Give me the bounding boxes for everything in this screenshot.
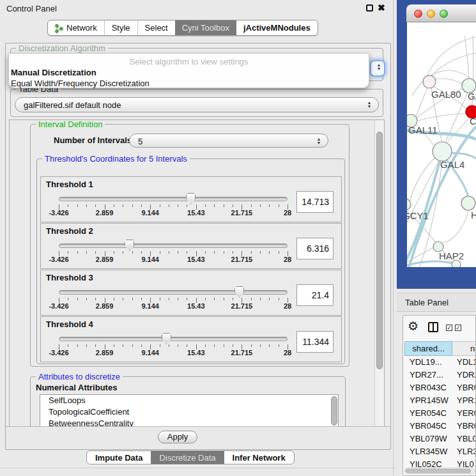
network-icon <box>55 24 63 33</box>
network-node-label: C <box>470 116 476 127</box>
scrollbar-thumb[interactable] <box>376 132 383 369</box>
threshold-1-value-field[interactable]: 14.713 <box>296 191 334 213</box>
gear-icon[interactable]: ⚙ <box>408 320 418 332</box>
cell-name: YBR0 <box>452 381 476 394</box>
list-scrollbar[interactable] <box>331 396 337 426</box>
table-row[interactable]: YLR345WYLR3 <box>404 445 476 458</box>
threshold-3-slider-handle[interactable] <box>234 286 244 298</box>
table-data-group: Table Data galFiltered.sif default node … <box>10 89 383 117</box>
network-node[interactable] <box>423 75 436 88</box>
attribute-list-item[interactable]: SelfLoops <box>40 395 338 406</box>
table-data-combobox[interactable]: galFiltered.sif default node ▲▼ <box>15 97 379 112</box>
attribute-list-item[interactable]: BetweennessCentrality <box>40 418 338 427</box>
apply-button[interactable]: Apply <box>158 431 197 443</box>
column-header-shared-name[interactable]: shared... <box>404 341 452 356</box>
threshold-3-label: Threshold 3 <box>46 273 93 282</box>
threshold-2-slider-track[interactable] <box>59 243 288 248</box>
settings-scrollpane: Interval Definition Number of Intervals … <box>9 119 385 427</box>
threshold-4-value-field[interactable]: 11.344 <box>296 331 334 353</box>
threshold-2-label: Threshold 2 <box>46 226 93 236</box>
split-view-icon[interactable] <box>428 322 438 332</box>
tick-label: 9.144 <box>141 256 159 263</box>
interval-definition-group: Interval Definition Number of Intervals … <box>30 124 349 367</box>
control-panel-window: Control Panel ✖ Network Style Select Cyn… <box>0 0 396 476</box>
tab-discretize-data[interactable]: Discretize Data <box>151 451 224 464</box>
tab-cyni-toolbox[interactable]: Cyni Toolbox <box>175 20 236 35</box>
dropdown-item-manual-discretization[interactable]: Manual Discretization <box>11 68 369 77</box>
network-node[interactable] <box>461 196 475 210</box>
threshold-3-value-field[interactable]: 21.4 <box>296 284 334 306</box>
threshold-4-slider-handle[interactable] <box>162 333 171 344</box>
tab-style[interactable]: Style <box>104 20 137 35</box>
table-row[interactable]: YBR043CYBR0 <box>404 381 476 394</box>
vertical-scrollbar[interactable] <box>374 120 384 426</box>
scrollbar-thumb[interactable] <box>406 469 471 473</box>
tick-label: 2.859 <box>96 209 114 217</box>
tick-label: 15.43 <box>187 256 205 263</box>
window-controls <box>414 10 448 18</box>
number-of-intervals-combobox[interactable]: 5 ▲▼ <box>129 134 328 148</box>
tick-label: 28 <box>284 256 291 263</box>
dropdown-placeholder-item[interactable]: Select algorithm to view settings <box>9 57 369 66</box>
threshold-4-label: Threshold 4 <box>46 319 93 329</box>
table-row[interactable]: YDL19...YDL1 <box>404 356 476 369</box>
network-node[interactable] <box>452 260 461 267</box>
control-panel-tabbar: Network Style Select Cyni Toolbox jActiv… <box>47 20 318 36</box>
control-panel-title: Control Panel <box>6 4 57 13</box>
threshold-1-label: Threshold 1 <box>46 180 93 189</box>
tick-label: 28 <box>284 302 291 310</box>
close-traffic-light-icon[interactable] <box>414 10 422 18</box>
table-row[interactable]: YPR145WYPR1 <box>404 394 476 407</box>
cell-name: YER0 <box>452 407 476 420</box>
table-row[interactable]: YBL079WYBL0 <box>404 433 476 445</box>
tick-label: 9.144 <box>141 302 159 310</box>
table-row[interactable]: YBR045CYBR0 <box>404 420 476 433</box>
attribute-list-item[interactable]: TopologicalCoefficient <box>40 406 338 418</box>
column-header-name[interactable]: name <box>452 341 476 356</box>
apply-bar: Apply <box>6 426 390 449</box>
cell-shared-name: YBL079W <box>404 433 452 445</box>
network-canvas[interactable]: GAL80GACGAL11GAL4GCY1HHAP2 <box>407 22 476 267</box>
threshold-4-panel: Threshold 4 -3.4262.8599.14415.4321.7152… <box>40 316 342 362</box>
checkbox-icon[interactable]: ✓ <box>455 325 461 331</box>
cell-shared-name: YLR345W <box>404 445 452 458</box>
table-rows: YDL19...YDL1YDR27...YDR2YBR043CYBR0YPR14… <box>404 356 476 464</box>
checkbox-icon[interactable]: ✓ <box>446 325 452 331</box>
tick-label: 28 <box>284 349 291 357</box>
tick-label: -3.426 <box>49 256 68 263</box>
cell-shared-name: YBR045C <box>404 420 452 433</box>
attributes-group-title: Attributes to discretize <box>36 372 123 381</box>
tab-infer-network[interactable]: Infer Network <box>224 451 294 464</box>
tab-select[interactable]: Select <box>137 20 175 35</box>
network-node-label: H <box>471 210 476 220</box>
tick-label: 15.43 <box>187 349 205 357</box>
float-window-icon[interactable] <box>366 4 373 12</box>
close-icon[interactable]: ✖ <box>378 3 385 13</box>
tab-jactivemnodules[interactable]: jActiveMNodules <box>236 20 318 35</box>
tick-label: 21.715 <box>231 349 253 357</box>
numerical-attributes-list[interactable]: SelfLoopsTopologicalCoefficientBetweenne… <box>40 394 339 427</box>
tab-impute-data[interactable]: Impute Data <box>87 451 151 464</box>
network-node[interactable] <box>433 142 452 161</box>
horizontal-scrollbar[interactable] <box>404 468 475 474</box>
threshold-1-slider-handle[interactable] <box>186 193 196 204</box>
threshold-2-slider-handle[interactable] <box>125 240 134 251</box>
tick-label: 2.859 <box>96 349 114 357</box>
table-row[interactable]: YDR27...YDR2 <box>404 369 476 381</box>
panel-edge <box>393 0 394 476</box>
dropdown-item-equal-width-frequency[interactable]: Equal Width/Frequency Discretization <box>11 79 369 88</box>
network-window-titlebar[interactable] <box>406 4 476 22</box>
algorithm-combobox[interactable]: ▲▼ <box>370 60 385 77</box>
zoom-traffic-light-icon[interactable] <box>440 10 448 18</box>
threshold-3-slider-track[interactable] <box>59 290 288 295</box>
network-node-label: GAL11 <box>408 125 438 135</box>
threshold-4-slider-track[interactable] <box>59 337 288 341</box>
tab-network[interactable]: Network <box>48 20 104 35</box>
number-of-intervals-value: 5 <box>138 137 142 146</box>
table-row[interactable]: YER054CYER0 <box>404 407 476 420</box>
tab-network-label: Network <box>66 23 97 33</box>
threshold-2-value-field[interactable]: 6.316 <box>296 238 334 259</box>
threshold-1-slider-track[interactable] <box>59 197 288 201</box>
cell-shared-name: YBR043C <box>404 381 452 394</box>
minimize-traffic-light-icon[interactable] <box>427 10 435 18</box>
